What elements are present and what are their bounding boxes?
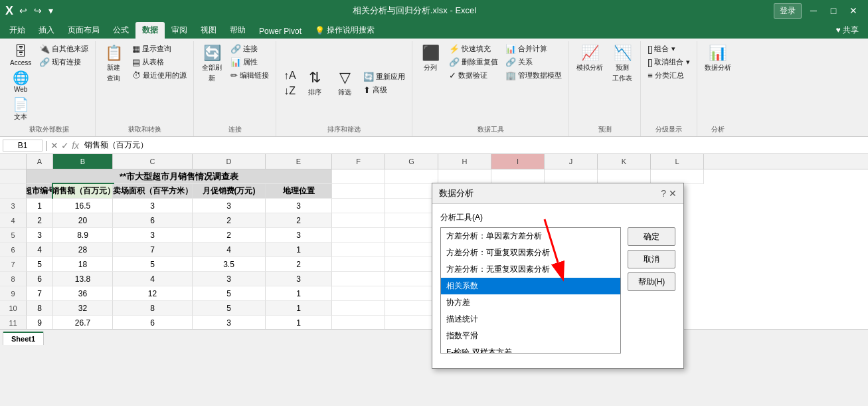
cell-G6[interactable] <box>385 243 438 257</box>
tab-help[interactable]: 帮助 <box>223 22 252 39</box>
ok-button[interactable]: 确定 <box>628 227 675 246</box>
undo-button[interactable]: ↩ <box>17 4 29 17</box>
cell-E5[interactable]: 3 <box>266 228 332 243</box>
col-header-D[interactable]: D <box>193 154 266 169</box>
cell-I1[interactable] <box>491 169 545 184</box>
minimize-button[interactable]: ─ <box>804 1 823 20</box>
col-header-A[interactable]: A <box>27 154 53 169</box>
formula-cancel-icon[interactable]: ✕ <box>50 140 58 151</box>
tab-home[interactable]: 开始 <box>3 22 32 39</box>
cell-F7[interactable] <box>332 257 385 272</box>
cell-G5[interactable] <box>385 228 438 243</box>
what-if-button[interactable]: 📈 模拟分析 <box>573 43 606 74</box>
group-button[interactable]: [] 组合 ▾ <box>645 43 692 55</box>
col-header-K[interactable]: K <box>598 154 651 169</box>
from-table-button[interactable]: ▤ 从表格 <box>130 56 189 68</box>
tab-data[interactable]: 数据 <box>135 22 165 39</box>
cell-D9[interactable]: 5 <box>193 286 266 301</box>
redo-button[interactable]: ↪ <box>32 4 44 17</box>
cell-B10[interactable]: 32 <box>53 301 113 316</box>
cell-E9[interactable]: 1 <box>266 286 332 301</box>
cell-L1[interactable] <box>651 169 704 184</box>
data-validation-button[interactable]: ✓ 数据验证 <box>446 69 501 82</box>
formula-input[interactable]: 销售额（百万元） <box>82 140 865 151</box>
ungroup-button[interactable]: [] 取消组合 ▾ <box>645 56 692 68</box>
cell-A2[interactable]: 超市编号 <box>27 184 53 199</box>
maximize-button[interactable]: □ <box>824 1 843 20</box>
name-box[interactable] <box>3 140 43 152</box>
cell-A10[interactable]: 8 <box>27 301 53 316</box>
cell-A9[interactable]: 7 <box>27 286 53 301</box>
tab-review[interactable]: 审阅 <box>165 22 194 39</box>
col-header-G[interactable]: G <box>385 154 438 169</box>
cell-G8[interactable] <box>385 272 438 286</box>
cell-B2[interactable]: 销售额（百万元） <box>53 184 113 199</box>
data-analysis-dialog[interactable]: 数据分析 ? ✕ 分析工具(A) 方差分析：单因素方差分析方差分析：可重复双因素… <box>432 183 684 345</box>
forecast-sheet-button[interactable]: 📉 预测 工作表 <box>608 43 636 85</box>
web-button[interactable]: 🌐 Web <box>9 69 33 95</box>
cell-E3[interactable]: 3 <box>266 199 332 213</box>
list-item-4[interactable]: 协方差 <box>441 294 620 311</box>
cell-E2[interactable]: 地理位置 <box>266 184 332 199</box>
text-button[interactable]: 📄 文本 <box>9 96 33 124</box>
tab-page-layout[interactable]: 页面布局 <box>61 22 106 39</box>
cell-A3[interactable]: 1 <box>27 199 53 213</box>
other-sources-button[interactable]: 🔌 自其他来源 <box>37 43 91 55</box>
cell-C2[interactable]: 卖场面积（百平方米） <box>113 184 193 199</box>
cell-E10[interactable]: 1 <box>266 301 332 316</box>
tab-power-pivot[interactable]: Power Pivot <box>252 24 308 39</box>
advanced-button[interactable]: ⬆ 高级 <box>361 84 408 96</box>
data-analysis-button[interactable]: 📊 数据分析 <box>701 43 735 74</box>
login-button[interactable]: 登录 <box>774 3 802 19</box>
cell-F8[interactable] <box>332 272 385 286</box>
cell-D5[interactable]: 2 <box>193 228 266 243</box>
cell-B4[interactable]: 20 <box>53 213 113 228</box>
formula-fx-icon[interactable]: fx <box>72 140 79 151</box>
new-query-button[interactable]: 📋 新建 查询 <box>100 43 128 85</box>
cell-D4[interactable]: 2 <box>193 213 266 228</box>
cell-D8[interactable]: 3 <box>193 272 266 286</box>
flash-fill-button[interactable]: ⚡ 快速填充 <box>446 43 501 55</box>
col-header-F[interactable]: F <box>332 154 385 169</box>
cell-C6[interactable]: 7 <box>113 243 193 257</box>
manage-model-button[interactable]: 🏢 管理数据模型 <box>503 69 564 82</box>
cell-A11[interactable]: 9 <box>27 316 53 330</box>
cell-H1[interactable] <box>438 169 491 184</box>
cell-J1[interactable] <box>545 169 598 184</box>
cell-D11[interactable]: 3 <box>193 316 266 330</box>
col-header-E[interactable]: E <box>266 154 332 169</box>
cell-F6[interactable] <box>332 243 385 257</box>
col-header-H[interactable]: H <box>438 154 491 169</box>
cell-G4[interactable] <box>385 213 438 228</box>
subtotal-button[interactable]: ≡ 分类汇总 <box>645 69 692 82</box>
list-item-1[interactable]: 方差分析：可重复双因素分析 <box>441 245 620 261</box>
cell-E4[interactable]: 2 <box>266 213 332 228</box>
cell-F10[interactable] <box>332 301 385 316</box>
cell-E6[interactable]: 1 <box>266 243 332 257</box>
cell-F11[interactable] <box>332 316 385 330</box>
col-header-I[interactable]: I <box>491 154 545 169</box>
formula-confirm-icon[interactable]: ✓ <box>61 140 69 151</box>
cell-G10[interactable] <box>385 301 438 316</box>
dialog-help-icon[interactable]: ? <box>661 188 666 199</box>
cell-B7[interactable]: 18 <box>53 257 113 272</box>
list-item-6[interactable]: 指数平滑 <box>441 328 620 344</box>
cell-F5[interactable] <box>332 228 385 243</box>
cell-D7[interactable]: 3.5 <box>193 257 266 272</box>
cell-E7[interactable]: 2 <box>266 257 332 272</box>
cell-B6[interactable]: 28 <box>53 243 113 257</box>
cell-C11[interactable]: 6 <box>113 316 193 330</box>
dialog-close-icon[interactable]: ✕ <box>669 188 677 199</box>
sort-button[interactable]: ⇅ 排序 <box>301 67 329 99</box>
cell-G1[interactable] <box>385 169 438 184</box>
help-button[interactable]: 帮助(H) <box>628 272 675 291</box>
text-to-columns-button[interactable]: ⬛ 分列 <box>416 43 444 74</box>
tab-insert[interactable]: 插入 <box>32 22 61 39</box>
cell-A6[interactable]: 4 <box>27 243 53 257</box>
cell-E8[interactable]: 3 <box>266 272 332 286</box>
sheet-tab-1[interactable]: Sheet1 <box>3 332 44 345</box>
cell-D6[interactable]: 4 <box>193 243 266 257</box>
cell-F9[interactable] <box>332 286 385 301</box>
remove-duplicates-button[interactable]: 🔗 删除重复值 <box>446 56 501 68</box>
list-item-5[interactable]: 描述统计 <box>441 311 620 328</box>
